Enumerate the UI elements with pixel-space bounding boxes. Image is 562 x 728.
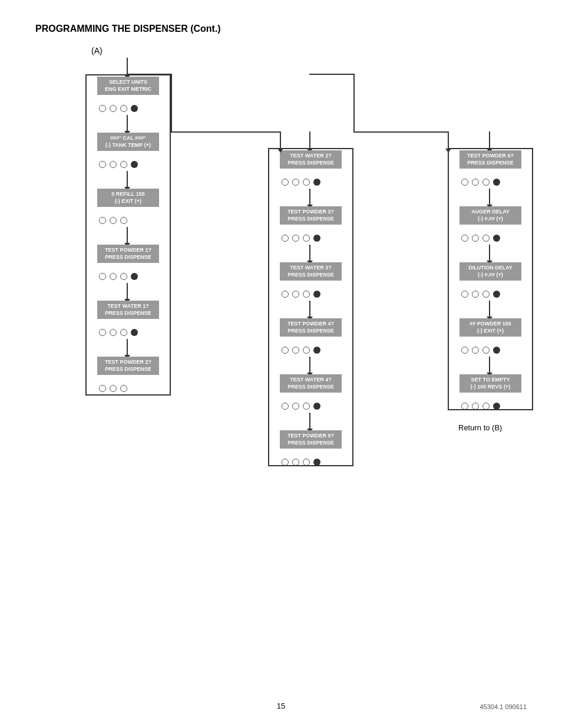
col3-outline (448, 148, 533, 410)
arrow-col3-entry (448, 131, 449, 149)
line-col1-right (171, 74, 172, 131)
diagram-area: (A) SELECT UNITS ENG EXIT METRIC ###° CA… (35, 46, 527, 577)
connector-h-2-3 (353, 131, 448, 133)
page: PROGRAMMING THE DISPENSER (Cont.) (A) SE… (0, 0, 562, 728)
arrow-col2-top (309, 131, 310, 149)
doc-number: 45304.1 090611 (480, 703, 527, 710)
connector-top-1 (127, 74, 171, 75)
page-title: PROGRAMMING THE DISPENSER (Cont.) (35, 24, 527, 34)
return-label: Return to (B) (458, 423, 502, 432)
connector-h-1-2 (171, 131, 280, 133)
line-col2-right (353, 74, 355, 131)
col2-outline (268, 148, 353, 466)
arrow-col2-entry (280, 131, 281, 149)
col1-outline (85, 74, 171, 396)
connector-top-2 (309, 74, 353, 75)
page-number: 15 (277, 701, 285, 710)
label-a: (A) (91, 46, 103, 55)
arrow-col3-top (489, 131, 490, 149)
arrow-col1-top (127, 58, 128, 75)
